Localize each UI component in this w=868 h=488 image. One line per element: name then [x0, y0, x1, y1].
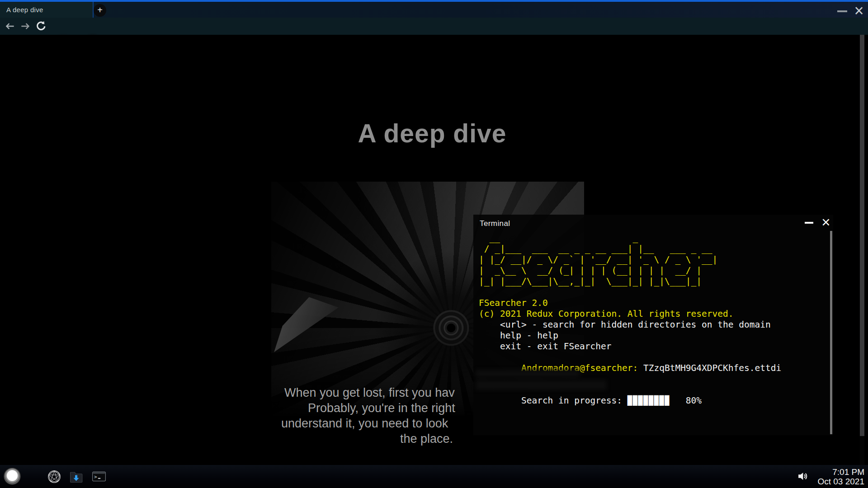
- progress-bar: ▉▉▉▉▉▉▉▉: [627, 395, 670, 406]
- back-button[interactable]: [4, 18, 16, 35]
- terminal-minimize-button[interactable]: [805, 222, 813, 224]
- progress-percent: 80%: [686, 395, 702, 406]
- desktop: A deep dive + × https://tzzqbtmh9g4xdpck…: [0, 0, 868, 488]
- tab-title: A deep dive: [6, 6, 43, 14]
- terminal-scrollbar[interactable]: [830, 231, 832, 434]
- downloads-folder-icon[interactable]: [68, 469, 84, 485]
- window-minimize-button[interactable]: [837, 10, 847, 12]
- paragraph-line: understand it, you need to look: [281, 417, 448, 430]
- terminal-window: Terminal × __ _ / _|___ ___ __ _ _ __ __…: [473, 215, 833, 435]
- terminal-help-help-line: help - help: [479, 330, 781, 341]
- page-scrollbar[interactable]: [860, 35, 864, 465]
- forward-arrow-icon: [19, 20, 31, 32]
- window-close-button[interactable]: ×: [851, 2, 867, 19]
- page-scrollbar-thumb[interactable]: [860, 35, 864, 436]
- terminal-version-line: FSearcher 2.0: [479, 298, 781, 309]
- tab-bar: A deep dive + ×: [0, 2, 868, 18]
- svg-text:>: >: [94, 474, 97, 480]
- back-arrow-icon: [4, 20, 16, 32]
- clock-date: Oct 03 2021: [817, 477, 864, 486]
- browser-toolbar: https://tzzqbtmh9g4xdpckhfes.ettdi/: [0, 18, 868, 35]
- terminal-help-exit-line: exit - exit FSearcher: [479, 341, 781, 352]
- staircase-highlight: [271, 289, 341, 355]
- address-bar[interactable]: https://tzzqbtmh9g4xdpckhfes.ettdi/: [65, 18, 225, 35]
- terminal-close-button[interactable]: ×: [817, 213, 835, 232]
- refresh-button[interactable]: [34, 18, 48, 35]
- progress-label: Search in progress:: [521, 395, 627, 406]
- paragraph-line: Probably, you're in the right: [308, 401, 455, 415]
- forward-button[interactable]: [19, 18, 32, 35]
- paragraph-line: When you get lost, first you hav: [284, 386, 455, 399]
- new-tab-button[interactable]: +: [94, 4, 106, 17]
- page-title: A deep dive: [0, 118, 864, 148]
- terminal-copyright-line: (c) 2021 Redux Corporation. All rights r…: [479, 309, 781, 319]
- redacted-text-block: [476, 380, 607, 390]
- tab-a-deep-dive[interactable]: A deep dive: [0, 2, 93, 18]
- browser-globe-icon[interactable]: [47, 469, 62, 484]
- fsearcher-ascii-logo: __ _ / _|___ ___ __ _ _ __ ___| |__ ___ …: [479, 233, 781, 287]
- volume-icon[interactable]: [797, 470, 811, 482]
- refresh-icon: [35, 20, 47, 33]
- taskbar: > 7:01 PM Oct 03 2021: [0, 465, 868, 488]
- clock-time: 7:01 PM: [817, 467, 864, 477]
- terminal-app-icon[interactable]: >: [92, 470, 106, 483]
- start-orb-button[interactable]: [4, 468, 20, 484]
- terminal-help-url-line: <url> - search for hidden directories on…: [479, 319, 781, 330]
- terminal-title: Terminal: [480, 219, 510, 228]
- taskbar-clock: 7:01 PM Oct 03 2021: [817, 467, 864, 486]
- terminal-command: TZzqBtMH9G4XDPCKhfes.ettdi: [643, 363, 781, 373]
- redacted-text-block: [476, 370, 580, 378]
- paragraph-line: the place.: [400, 432, 453, 446]
